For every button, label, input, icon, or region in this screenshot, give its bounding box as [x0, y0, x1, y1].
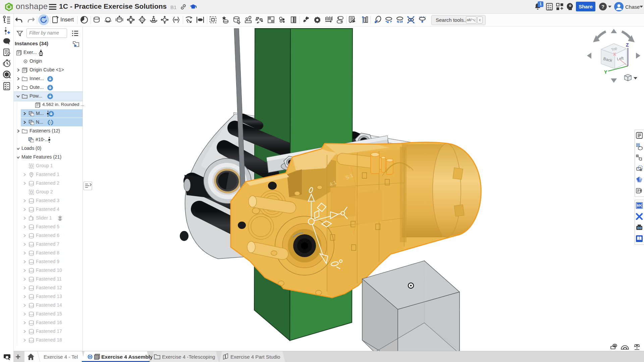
svg-text:Z: Z: [626, 42, 629, 48]
svg-text:X: X: [613, 52, 616, 57]
svg-text:MK: MK: [637, 204, 642, 207]
svg-text:Y: Y: [604, 69, 607, 75]
